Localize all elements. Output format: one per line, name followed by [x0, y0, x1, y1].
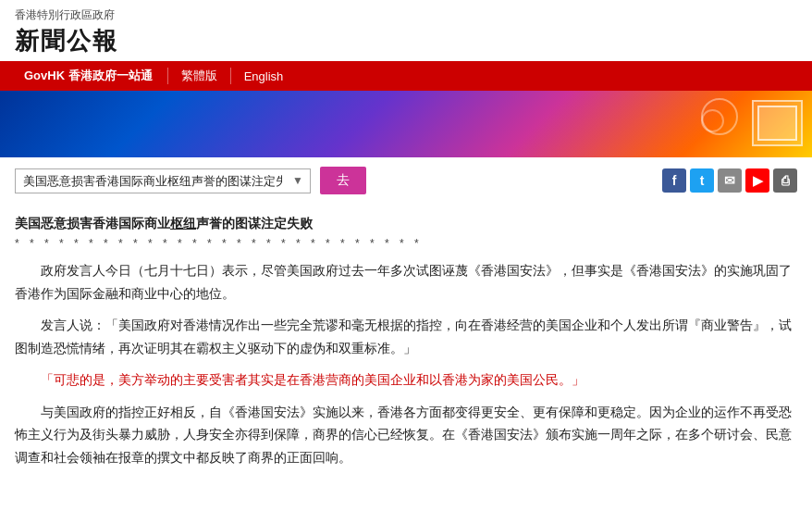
article-content: 美国恶意损害香港国际商业枢纽声誉的图谋注定失败 * * * * * * * * … [0, 204, 812, 492]
nav-govhk-link[interactable]: GovHK 香港政府一站通 [15, 61, 162, 91]
social-icons: f t ✉ ▶ ⎙ [662, 168, 797, 193]
go-button[interactable]: 去 [320, 167, 366, 194]
banner-circle2 [701, 109, 724, 132]
header: 香港特別行政區政府 新聞公報 [0, 0, 812, 61]
nav-divider [167, 68, 168, 84]
print-icon[interactable]: ⎙ [773, 168, 797, 193]
email-icon[interactable]: ✉ [718, 168, 742, 193]
banner [0, 91, 812, 157]
article-select[interactable]: 美国恶意损害香港国际商业枢纽声誉的图谋注定失败 [15, 168, 311, 193]
banner-box-inner [757, 106, 797, 141]
article-title-underline: 枢纽 [170, 216, 196, 231]
youtube-icon[interactable]: ▶ [745, 168, 769, 193]
facebook-icon[interactable]: f [662, 168, 686, 193]
paragraph-1: 政府发言人今日（七月十七日）表示，尽管美国政府过去一年多次试图诬蔑《香港国安法》… [15, 259, 797, 305]
govhk-label: GovHK 香港政府一站通 [24, 68, 153, 84]
paragraph-2: 发言人说：「美国政府对香港情况作出一些完全荒谬和毫无根据的指控，向在香港经营的美… [15, 314, 797, 359]
stars-line: * * * * * * * * * * * * * * * * * * * * … [15, 237, 797, 250]
nav-divider2 [230, 68, 231, 84]
article-select-wrapper: 美国恶意损害香港国际商业枢纽声誉的图谋注定失败 ▼ [15, 168, 311, 193]
nav-bar: GovHK 香港政府一站通 繁體版 English [0, 61, 812, 91]
article-title: 美国恶意损害香港国际商业枢纽声誉的图谋注定失败 [15, 213, 797, 233]
highlight-quote: 「可悲的是，美方举动的主要受害者其实是在香港营商的美国企业和以香港为家的美国公民… [15, 368, 797, 392]
nav-english-link[interactable]: English [237, 69, 291, 83]
article-title-text: 美国恶意损害香港国际商业枢纽声誉的图谋注定失败 [15, 216, 313, 231]
nav-traditional-link[interactable]: 繁體版 [174, 68, 225, 84]
header-subtitle: 香港特別行政區政府 [15, 7, 797, 23]
paragraph-3: 与美国政府的指控正好相反，自《香港国安法》实施以来，香港各方面都变得更安全、更有… [15, 401, 797, 469]
twitter-icon[interactable]: t [690, 168, 714, 193]
toolbar: 美国恶意损害香港国际商业枢纽声誉的图谋注定失败 ▼ 去 f t ✉ ▶ ⎙ [0, 157, 812, 204]
header-title: 新聞公報 [15, 25, 797, 57]
